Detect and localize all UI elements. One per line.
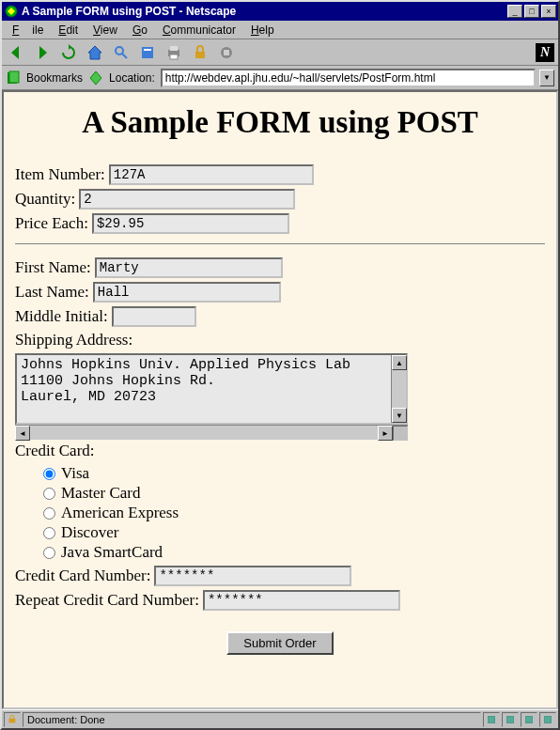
svg-line-2 [122,54,127,58]
shipping-address-wrap: ▲ ▼ ◄ ► [15,353,545,440]
price-each-input[interactable] [92,213,289,234]
security-button[interactable] [190,42,210,63]
credit-card-options: Visa Master Card American Express Discov… [43,464,545,562]
scroll-down-button[interactable]: ▼ [392,408,407,423]
bookmarks-icon[interactable] [6,70,21,85]
middle-initial-label: Middle Initial: [15,307,108,326]
netscape-logo: N [536,43,554,62]
svg-rect-17 [544,716,552,722]
cc-number-input[interactable] [154,566,351,586]
radio-amex[interactable] [43,507,55,520]
search-button[interactable] [111,42,132,63]
page-heading: A Sample FORM using POST [15,105,545,140]
menu-communicator[interactable]: Communicator [156,22,242,39]
svg-rect-4 [144,49,151,51]
shipping-address-input[interactable] [17,355,391,423]
scroll-left-button[interactable]: ◄ [15,426,30,441]
radio-mastercard[interactable] [43,488,55,500]
radio-discover-label: Discover [61,523,118,542]
url-input[interactable] [161,69,536,87]
middle-initial-input[interactable] [112,306,196,327]
scroll-track-h[interactable] [30,426,378,440]
minimize-button[interactable]: _ [507,5,522,18]
menu-edit[interactable]: Edit [52,22,85,39]
radio-discover[interactable] [43,527,55,539]
status-group-icon[interactable] [539,712,556,727]
status-icon [4,712,21,727]
print-button[interactable] [163,42,184,63]
menu-help[interactable]: Help [244,22,281,39]
item-number-label: Item Number: [15,165,105,184]
svg-rect-7 [170,54,178,59]
svg-rect-14 [488,716,495,722]
scroll-track[interactable] [392,370,406,408]
first-name-label: First Name: [15,258,91,277]
location-label: Location: [107,71,157,85]
cc-repeat-input[interactable] [203,590,400,611]
radio-amex-label: American Express [61,504,179,522]
netscape-window: A Sample FORM using POST - Netscape _ □ … [0,0,560,730]
back-button[interactable] [6,42,26,63]
svg-rect-16 [525,716,533,722]
radio-visa[interactable] [43,468,55,480]
svg-rect-15 [506,716,514,722]
reload-button[interactable] [58,42,79,63]
scroll-corner [393,426,408,441]
toolbar: N [2,39,558,66]
svg-rect-8 [195,52,205,58]
page-content: A Sample FORM using POST Item Number: Qu… [2,90,558,709]
url-dropdown-button[interactable]: ▼ [539,70,554,86]
radio-mastercard-label: Master Card [61,484,141,503]
scroll-up-button[interactable]: ▲ [392,355,407,370]
last-name-label: Last Name: [15,283,89,302]
first-name-input[interactable] [95,257,283,278]
svg-rect-12 [9,71,19,83]
window-buttons: _ □ × [507,5,556,18]
radio-javasmartcard-label: Java SmartCard [61,543,163,562]
title-bar: A Sample FORM using POST - Netscape _ □ … [2,2,558,21]
app-icon [4,4,19,19]
maximize-button[interactable]: □ [524,5,539,18]
radio-visa-label: Visa [61,464,89,483]
svg-rect-10 [224,50,229,55]
quantity-input[interactable] [79,189,295,210]
last-name-input[interactable] [93,282,281,303]
status-book-icon[interactable] [521,712,537,727]
quantity-label: Quantity: [15,190,75,209]
svg-rect-6 [170,46,178,51]
svg-rect-13 [9,718,16,722]
textarea-vscrollbar[interactable]: ▲ ▼ [391,355,406,423]
svg-rect-3 [142,47,153,58]
window-title: A Sample FORM using POST - Netscape [22,5,507,18]
home-button[interactable] [85,42,105,63]
item-number-input[interactable] [109,164,314,185]
forward-button[interactable] [32,42,53,63]
menu-go[interactable]: Go [126,22,154,39]
submit-button[interactable]: Submit Order [226,631,333,655]
menu-bar: File Edit View Go Communicator Help [2,21,558,39]
svg-point-1 [116,47,123,54]
status-bar: Document: Done [2,709,558,728]
status-comp-icon[interactable] [502,712,519,727]
textarea-hscrollbar[interactable]: ◄ ► [15,425,408,440]
status-text: Document: Done [23,712,481,727]
scroll-right-button[interactable]: ► [378,426,393,441]
cc-number-label: Credit Card Number: [15,567,150,585]
divider [15,243,545,244]
menu-view[interactable]: View [86,22,124,39]
guide-button[interactable] [137,42,158,63]
bookmarks-label[interactable]: Bookmarks [24,71,85,85]
stop-button[interactable] [216,42,237,63]
price-each-label: Price Each: [15,214,88,233]
close-button[interactable]: × [541,5,556,18]
menu-file[interactable]: File [6,22,50,39]
credit-card-label: Credit Card: [15,442,545,460]
location-icon [88,70,103,85]
shipping-address-label: Shipping Address: [15,331,545,349]
radio-javasmartcard[interactable] [43,547,55,559]
status-mail-icon[interactable] [483,712,500,727]
cc-repeat-label: Repeat Credit Card Number: [15,591,199,610]
location-bar: Bookmarks Location: ▼ [2,66,558,90]
